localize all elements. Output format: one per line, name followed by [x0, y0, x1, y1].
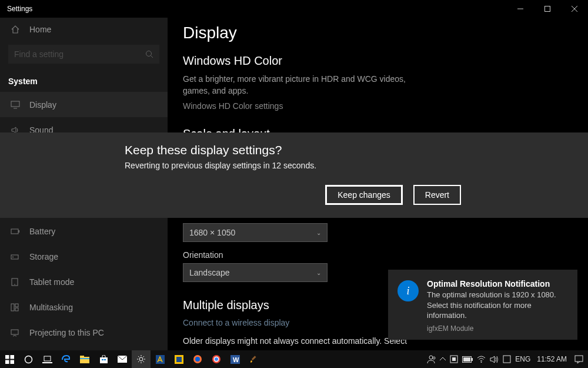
- wifi-icon[interactable]: [477, 356, 486, 363]
- taskview-icon[interactable]: [38, 350, 56, 368]
- search-icon: [145, 50, 153, 58]
- sidebar-item-multitasking[interactable]: Multitasking: [0, 294, 168, 320]
- svg-line-5: [151, 56, 153, 58]
- chevron-down-icon: ⌄: [316, 270, 321, 276]
- titlebar: Settings: [0, 0, 588, 18]
- orientation-select[interactable]: Landscape ⌄: [183, 263, 328, 282]
- people-icon[interactable]: [426, 354, 436, 364]
- chevron-down-icon: ⌄: [316, 230, 321, 236]
- cortana-icon[interactable]: [19, 350, 38, 368]
- toast-title: Optimal Resolution Notification: [427, 279, 568, 289]
- svg-rect-51: [452, 357, 456, 361]
- hd-color-heading: Windows HD Color: [183, 54, 588, 68]
- explorer-icon[interactable]: [75, 350, 94, 368]
- sidebar-item-label: Battery: [29, 227, 168, 236]
- svg-rect-23: [10, 355, 14, 359]
- window-title: Settings: [0, 5, 507, 13]
- clock[interactable]: 11:52 AM: [537, 355, 567, 363]
- svg-rect-6: [11, 101, 19, 107]
- edge-icon[interactable]: [56, 350, 75, 368]
- notification-toast[interactable]: i Optimal Resolution Notification The op…: [388, 270, 577, 340]
- firefox-icon[interactable]: [188, 350, 207, 368]
- svg-point-55: [481, 362, 482, 363]
- action-center-icon[interactable]: [574, 355, 583, 364]
- search-input-wrapper[interactable]: [8, 45, 159, 64]
- tray-app-icon[interactable]: [450, 355, 458, 363]
- svg-rect-24: [5, 360, 9, 364]
- tray-chevron-icon[interactable]: [440, 357, 446, 362]
- projecting-icon: [11, 329, 21, 337]
- svg-rect-56: [503, 356, 510, 363]
- close-button[interactable]: [561, 0, 588, 18]
- dialog-subtitle: Reverting to previous display settings i…: [125, 161, 588, 170]
- svg-point-36: [139, 357, 143, 361]
- sidebar-item-display[interactable]: Display: [0, 92, 168, 117]
- multitasking-icon: [11, 303, 21, 311]
- app-icon[interactable]: [151, 350, 169, 368]
- svg-rect-37: [156, 355, 165, 364]
- home-icon: [11, 25, 21, 34]
- svg-rect-18: [11, 304, 14, 311]
- category-heading: System: [0, 69, 168, 92]
- hd-color-desc: Get a brighter, more vibrant picture in …: [183, 74, 418, 97]
- svg-point-41: [195, 357, 200, 362]
- ime-icon[interactable]: [503, 355, 511, 363]
- toast-source: igfxEM Module: [427, 324, 568, 333]
- svg-rect-30: [80, 356, 84, 357]
- sidebar-item-projecting[interactable]: Projecting to this PC: [0, 320, 168, 345]
- minimize-button[interactable]: [507, 0, 534, 18]
- battery-tray-icon[interactable]: [462, 356, 473, 363]
- svg-rect-12: [11, 229, 18, 234]
- store-icon[interactable]: [94, 350, 113, 368]
- svg-rect-47: [252, 356, 256, 360]
- svg-point-15: [12, 256, 14, 257]
- keep-changes-button[interactable]: Keep changes: [325, 185, 403, 205]
- svg-rect-32: [100, 357, 108, 363]
- search-input[interactable]: [14, 49, 145, 59]
- chrome-icon[interactable]: [207, 350, 226, 368]
- svg-rect-53: [472, 358, 473, 361]
- sidebar-item-label: Multitasking: [29, 303, 168, 312]
- sidebar-item-tablet[interactable]: Tablet mode: [0, 269, 168, 294]
- display-icon: [11, 101, 21, 109]
- sidebar-item-label: Projecting to this PC: [29, 328, 168, 337]
- orientation-label: Orientation: [183, 250, 588, 260]
- svg-point-44: [215, 357, 218, 361]
- svg-rect-57: [575, 356, 583, 362]
- storage-icon: [11, 253, 21, 261]
- hd-color-link[interactable]: Windows HD Color settings: [183, 101, 588, 111]
- svg-rect-22: [5, 355, 9, 359]
- start-button[interactable]: [0, 350, 19, 368]
- volume-icon[interactable]: [490, 356, 499, 363]
- app-icon-2[interactable]: [169, 350, 188, 368]
- home-nav[interactable]: Home: [0, 18, 168, 41]
- svg-rect-31: [80, 358, 89, 359]
- settings-taskbar-icon[interactable]: [132, 350, 151, 368]
- taskbar: W ENG 11:52 AM: [0, 350, 588, 368]
- sidebar-item-label: Display: [29, 100, 168, 110]
- confirm-dialog: Keep these display settings? Reverting t…: [0, 132, 588, 218]
- maximize-button[interactable]: [534, 0, 561, 18]
- svg-rect-1: [545, 6, 550, 12]
- system-tray: ENG 11:52 AM: [426, 354, 588, 364]
- svg-rect-34: [104, 359, 106, 360]
- mail-icon[interactable]: [113, 350, 132, 368]
- svg-rect-33: [102, 359, 103, 360]
- resolution-select[interactable]: 1680 × 1050 ⌄: [183, 223, 328, 242]
- paint-icon[interactable]: [245, 350, 263, 368]
- language-indicator[interactable]: ENG: [515, 355, 530, 363]
- svg-point-48: [429, 356, 433, 359]
- word-icon[interactable]: W: [226, 350, 245, 368]
- svg-rect-14: [11, 255, 18, 259]
- resolution-value: 1680 × 1050: [189, 228, 235, 237]
- sidebar-item-storage[interactable]: Storage: [0, 244, 168, 269]
- toast-body: The optimal resolution is 1920 x 1080. S…: [427, 290, 568, 321]
- svg-point-17: [14, 284, 15, 285]
- svg-point-49: [433, 357, 435, 359]
- sidebar-item-battery[interactable]: Battery: [0, 218, 168, 244]
- battery-icon: [11, 228, 21, 234]
- svg-rect-39: [176, 357, 182, 362]
- svg-point-26: [25, 356, 32, 363]
- revert-button[interactable]: Revert: [413, 185, 461, 205]
- sidebar-item-label: Storage: [29, 252, 168, 261]
